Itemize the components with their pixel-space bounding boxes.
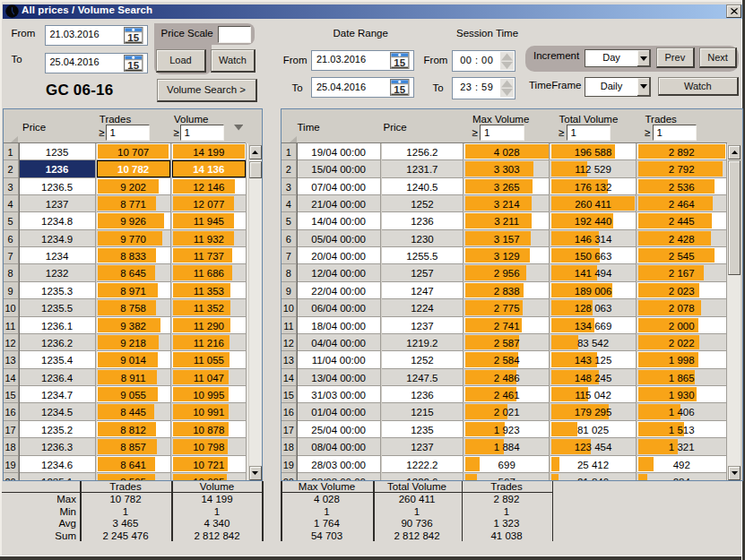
svg-text:15: 15 (394, 56, 405, 67)
svg-text:15: 15 (394, 83, 405, 94)
svg-text:15: 15 (127, 31, 139, 42)
svg-text:15: 15 (127, 59, 139, 70)
